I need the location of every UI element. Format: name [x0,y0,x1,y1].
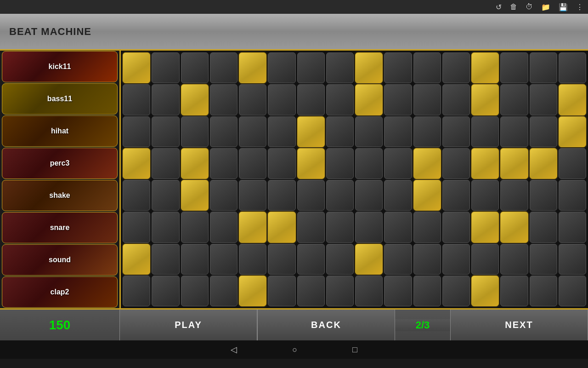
grid-cell-4-14[interactable] [530,180,557,211]
grid-cell-0-15[interactable] [559,52,586,83]
grid-cell-0-11[interactable] [442,52,470,83]
grid-cell-1-11[interactable] [442,84,470,115]
grid-cell-7-1[interactable] [152,276,179,306]
grid-cell-7-5[interactable] [268,276,295,306]
grid-cell-1-2[interactable] [181,84,209,115]
grid-cell-4-6[interactable] [297,180,325,211]
grid-cell-3-14[interactable] [530,148,557,179]
grid-cell-2-1[interactable] [152,116,179,147]
grid-cell-7-9[interactable] [384,276,412,306]
grid-cell-5-9[interactable] [384,212,412,242]
grid-cell-7-0[interactable] [123,276,150,306]
grid-cell-7-10[interactable] [413,276,441,306]
refresh-icon[interactable]: ↺ [496,3,502,12]
grid-cell-5-5[interactable] [268,212,295,242]
grid-cell-0-9[interactable] [384,52,412,83]
instrument-btn-clap2[interactable]: clap2 [2,276,118,308]
grid-cell-0-2[interactable] [181,52,209,83]
grid-cell-1-10[interactable] [413,84,441,115]
grid-cell-7-6[interactable] [297,276,325,306]
instrument-btn-bass11[interactable]: bass11 [2,83,118,115]
grid-cell-2-15[interactable] [559,116,586,147]
grid-cell-4-10[interactable] [413,180,441,211]
instrument-btn-shake[interactable]: shake [2,180,118,211]
grid-cell-4-15[interactable] [559,180,586,211]
grid-cell-2-4[interactable] [239,116,266,147]
grid-cell-7-13[interactable] [500,276,528,306]
delete-icon[interactable]: 🗑 [510,3,517,11]
grid-cell-1-4[interactable] [239,84,266,115]
grid-cell-3-11[interactable] [442,148,470,179]
grid-cell-6-13[interactable] [500,244,528,275]
grid-cell-6-7[interactable] [326,244,354,275]
grid-cell-7-15[interactable] [559,276,586,306]
grid-cell-7-14[interactable] [530,276,557,306]
grid-cell-3-8[interactable] [355,148,383,179]
grid-cell-5-12[interactable] [471,212,499,242]
instrument-btn-perc3[interactable]: perc3 [2,148,118,179]
grid-cell-1-8[interactable] [355,84,383,115]
grid-cell-5-3[interactable] [210,212,237,242]
grid-cell-4-2[interactable] [181,180,209,211]
grid-cell-6-6[interactable] [297,244,325,275]
grid-cell-1-9[interactable] [384,84,412,115]
grid-cell-1-12[interactable] [471,84,499,115]
grid-cell-5-4[interactable] [239,212,266,242]
grid-cell-0-3[interactable] [210,52,237,83]
grid-cell-6-15[interactable] [559,244,586,275]
grid-cell-1-0[interactable] [123,84,150,115]
grid-cell-5-15[interactable] [559,212,586,242]
grid-cell-7-4[interactable] [239,276,266,306]
grid-cell-4-1[interactable] [152,180,179,211]
grid-cell-6-8[interactable] [355,244,383,275]
timer-icon[interactable]: ⏱ [526,3,533,11]
grid-cell-5-0[interactable] [123,212,150,242]
more-icon[interactable]: ⋮ [576,3,583,12]
grid-cell-4-0[interactable] [123,180,150,211]
grid-cell-3-7[interactable] [326,148,354,179]
grid-cell-1-3[interactable] [210,84,237,115]
grid-cell-3-12[interactable] [471,148,499,179]
grid-cell-5-1[interactable] [152,212,179,242]
grid-cell-2-7[interactable] [326,116,354,147]
instrument-btn-snare[interactable]: snare [2,212,118,243]
next-button[interactable]: NEXT [450,310,588,340]
grid-cell-6-4[interactable] [239,244,266,275]
grid-cell-5-8[interactable] [355,212,383,242]
grid-cell-3-5[interactable] [268,148,295,179]
folder-icon[interactable]: 📁 [541,3,550,12]
grid-cell-0-1[interactable] [152,52,179,83]
grid-cell-7-3[interactable] [210,276,237,306]
grid-cell-3-15[interactable] [559,148,586,179]
grid-cell-0-7[interactable] [326,52,354,83]
grid-cell-3-1[interactable] [152,148,179,179]
grid-cell-3-4[interactable] [239,148,266,179]
nav-back-icon[interactable]: ◁ [231,345,237,355]
instrument-btn-hihat[interactable]: hihat [2,115,118,147]
grid-cell-3-3[interactable] [210,148,237,179]
grid-cell-6-1[interactable] [152,244,179,275]
grid-cell-1-15[interactable] [559,84,586,115]
grid-cell-3-9[interactable] [384,148,412,179]
nav-home-icon[interactable]: ○ [292,345,297,355]
grid-cell-2-6[interactable] [297,116,325,147]
grid-cell-7-7[interactable] [326,276,354,306]
grid-cell-0-10[interactable] [413,52,441,83]
grid-cell-6-12[interactable] [471,244,499,275]
grid-cell-6-9[interactable] [384,244,412,275]
grid-cell-1-6[interactable] [297,84,325,115]
instrument-btn-sound[interactable]: sound [2,244,118,276]
grid-cell-4-7[interactable] [326,180,354,211]
grid-cell-2-10[interactable] [413,116,441,147]
grid-cell-6-10[interactable] [413,244,441,275]
grid-cell-0-8[interactable] [355,52,383,83]
grid-cell-5-10[interactable] [413,212,441,242]
grid-cell-4-4[interactable] [239,180,266,211]
grid-cell-2-3[interactable] [210,116,237,147]
save-icon[interactable]: 💾 [559,3,568,12]
grid-cell-5-6[interactable] [297,212,325,242]
play-button[interactable]: PLAY [119,310,257,340]
grid-cell-0-13[interactable] [500,52,528,83]
grid-cell-0-12[interactable] [471,52,499,83]
grid-cell-4-8[interactable] [355,180,383,211]
